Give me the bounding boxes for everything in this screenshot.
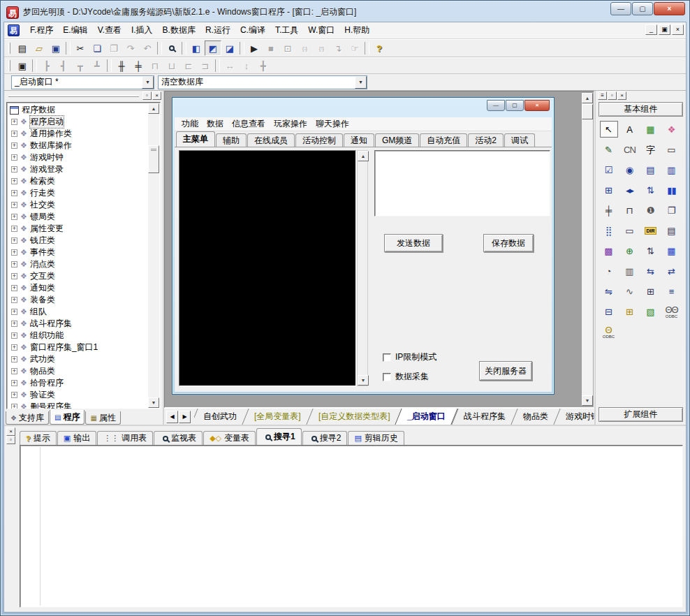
- form-tab[interactable]: 活动控制: [295, 133, 343, 147]
- dir-component[interactable]: DIR: [642, 222, 660, 239]
- expander-icon[interactable]: +: [11, 404, 17, 409]
- tree-item[interactable]: + ❖ 属性变更: [9, 223, 147, 235]
- form-tab[interactable]: 主菜单: [176, 131, 215, 147]
- method-select-combo[interactable]: 清空数据库 ▼: [158, 75, 367, 89]
- pause-hand[interactable]: ☞: [346, 41, 363, 56]
- scroll-thumb[interactable]: [148, 145, 159, 173]
- tab-scroll-right-button[interactable]: ▶: [179, 411, 191, 423]
- label-component[interactable]: A: [621, 121, 639, 138]
- imagebox-component[interactable]: ▧: [642, 303, 660, 320]
- step-into[interactable]: {↓}: [296, 41, 313, 56]
- ip-limit-checkbox[interactable]: IP限制模式: [383, 351, 436, 363]
- copy[interactable]: ❏: [89, 41, 105, 56]
- tree-item[interactable]: + ❖ 组织功能: [9, 330, 147, 342]
- panel-maximize-button[interactable]: ▫: [142, 91, 152, 100]
- form-tab[interactable]: 通知: [344, 133, 374, 147]
- layout-all-panes[interactable]: ◪: [221, 41, 238, 56]
- toolbar-button[interactable]: [157, 42, 162, 54]
- form-designer[interactable]: ▣: [14, 58, 31, 73]
- center-vertical[interactable]: ╪: [130, 58, 147, 73]
- scroll-thumb[interactable]: [582, 104, 593, 119]
- tab-scroll-left-button[interactable]: ◀: [166, 411, 178, 423]
- window-component[interactable]: ❐: [663, 202, 681, 219]
- expander-icon[interactable]: +: [11, 237, 17, 244]
- tree-scrollbar[interactable]: ▲ ▼: [148, 103, 159, 408]
- expander-icon[interactable]: +: [11, 368, 17, 374]
- datagrid-component[interactable]: ⊞: [642, 283, 660, 300]
- designer-title-bar[interactable]: — ▢ ×: [175, 100, 552, 117]
- open-file[interactable]: ▱: [31, 41, 47, 56]
- step-over[interactable]: ⊡: [279, 41, 296, 56]
- tab-support-libs[interactable]: ❖支持库: [6, 411, 49, 425]
- expander-icon[interactable]: +: [11, 226, 17, 232]
- scroll-up-icon[interactable]: ▲: [358, 151, 369, 161]
- panel-menu-button[interactable]: ≡: [598, 91, 607, 100]
- document-tab[interactable]: _启动窗口: [395, 409, 458, 425]
- menu-item[interactable]: W.窗口: [303, 23, 339, 38]
- form-menu-item[interactable]: 聊天操作: [311, 117, 353, 131]
- find-replace[interactable]: [163, 41, 180, 56]
- tree-item[interactable]: + ❖ 组队: [9, 306, 147, 318]
- tree-item[interactable]: + ❖ 验证类: [9, 389, 147, 401]
- toolbar-button[interactable]: [240, 42, 244, 54]
- server-log-listbox[interactable]: [179, 150, 356, 386]
- space-down[interactable]: ⊐: [197, 58, 214, 73]
- fit-both[interactable]: ╋: [255, 58, 272, 73]
- combo-component[interactable]: ▤: [642, 161, 660, 178]
- tree-item[interactable]: + ❖ 装备类: [9, 294, 147, 306]
- form-menu-item[interactable]: 数据: [203, 117, 228, 131]
- toolbar-grip[interactable]: [8, 60, 10, 71]
- server-socket-component[interactable]: ⇄: [663, 263, 681, 279]
- tab-clip-history[interactable]: ▤剪辑历史: [348, 431, 404, 445]
- scroll-up-icon[interactable]: ▲: [582, 93, 593, 103]
- expander-icon[interactable]: +: [11, 344, 17, 351]
- radio-component[interactable]: ◉: [621, 161, 639, 178]
- text-component[interactable]: 字: [642, 141, 660, 158]
- tree-item[interactable]: + ❖ 通知类: [9, 282, 147, 294]
- designer-minimize-button[interactable]: —: [487, 100, 505, 111]
- tree-item[interactable]: + ❖ 事件类: [9, 247, 147, 258]
- menu-item[interactable]: I.插入: [126, 23, 158, 38]
- panel-drag-handle[interactable]: [8, 95, 139, 97]
- shape-component[interactable]: ❖: [663, 121, 681, 138]
- tree-item[interactable]: + ❖ 游戏时钟: [9, 152, 147, 163]
- checkbox-component[interactable]: ☑: [600, 161, 618, 178]
- tab-variable-table[interactable]: ◆◇变量表: [203, 431, 256, 445]
- minimize-button[interactable]: —: [610, 2, 631, 15]
- tree-item[interactable]: + ❖ 镖局类: [9, 211, 147, 223]
- panel-close-button[interactable]: ×: [617, 91, 626, 100]
- toolbar-button[interactable]: [66, 42, 71, 54]
- tab-search2[interactable]: 搜寻2: [302, 431, 348, 445]
- form-menu-item[interactable]: 功能: [177, 117, 203, 131]
- scroll-down-icon[interactable]: ▼: [148, 397, 159, 408]
- panel-close-button[interactable]: ×: [152, 91, 161, 100]
- table-component[interactable]: ⣿: [600, 222, 618, 239]
- scroll-down-icon[interactable]: ▼: [582, 395, 593, 406]
- printer-component[interactable]: ▥: [621, 263, 639, 279]
- tree-root[interactable]: 程序数据: [9, 104, 147, 116]
- com-port-component[interactable]: ∿: [621, 283, 639, 300]
- menu-item[interactable]: C.编译: [235, 23, 270, 38]
- expander-icon[interactable]: +: [11, 119, 17, 125]
- network-component[interactable]: ⊕: [621, 242, 639, 259]
- align-top[interactable]: ┳: [72, 58, 89, 73]
- expander-icon[interactable]: +: [11, 214, 17, 220]
- expander-icon[interactable]: +: [11, 321, 17, 327]
- tab-output[interactable]: ▣输出: [57, 431, 96, 445]
- form-menu-item[interactable]: 玩家操作: [270, 117, 311, 131]
- ip-edit-component[interactable]: ▭: [621, 222, 639, 239]
- expander-icon[interactable]: +: [11, 273, 17, 279]
- listbox-scrollbar[interactable]: ▲ ▼: [357, 150, 368, 386]
- tab-search1[interactable]: 搜寻1: [256, 428, 302, 445]
- expander-icon[interactable]: +: [11, 261, 17, 267]
- basic-components-button[interactable]: 基本组件: [599, 102, 683, 117]
- form-tab[interactable]: 自动充值: [420, 133, 467, 147]
- title-bar[interactable]: 易 梦回光明顶 - D:\JYcode\金庸服务端源码\新版2.1.e - Wi…: [3, 3, 687, 22]
- run[interactable]: ▶: [246, 41, 263, 56]
- tree-item[interactable]: + ❖ 游戏登录: [9, 163, 147, 175]
- same-height[interactable]: ⊔: [163, 58, 180, 73]
- broadcast-edit-box[interactable]: [374, 150, 550, 217]
- mdi-restore-button[interactable]: ▣: [659, 24, 670, 35]
- menu-item[interactable]: E.编辑: [58, 23, 92, 38]
- form-menu-item[interactable]: 信息查看: [228, 117, 270, 131]
